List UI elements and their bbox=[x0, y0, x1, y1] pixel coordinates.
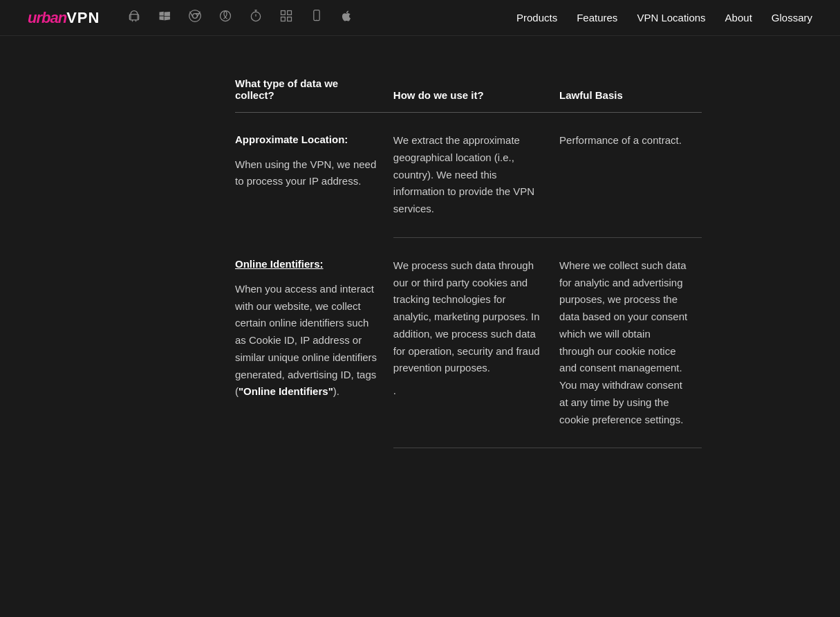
nav-products[interactable]: Products bbox=[516, 12, 557, 24]
location-body: When using the VPN, we need to process y… bbox=[235, 156, 380, 191]
main-nav: Products Features VPN Locations About Gl… bbox=[516, 12, 812, 24]
logo-urban: urban bbox=[28, 9, 66, 27]
location-basis: Performance of a contract. bbox=[559, 113, 702, 238]
identifiers-basis-body: Where we collect such data for analytic … bbox=[559, 257, 688, 429]
nav-about[interactable]: About bbox=[725, 12, 752, 24]
svg-rect-13 bbox=[281, 11, 286, 15]
svg-point-8 bbox=[221, 11, 231, 21]
platform-icons bbox=[127, 9, 516, 26]
svg-point-3 bbox=[189, 10, 201, 22]
identifiers-usage-body: We process such data through our or thir… bbox=[393, 257, 545, 377]
chrome-icon[interactable] bbox=[188, 9, 202, 26]
nav-features[interactable]: Features bbox=[577, 12, 617, 24]
main-content: What type of data we collect? How do we … bbox=[0, 36, 840, 490]
col-header-use: How do we use it? bbox=[393, 77, 559, 113]
apple-icon[interactable] bbox=[340, 9, 353, 26]
site-header: urbanVPN bbox=[0, 0, 840, 36]
svg-rect-14 bbox=[288, 11, 292, 15]
location-basis-body: Performance of a contract. bbox=[559, 132, 688, 149]
svg-rect-15 bbox=[281, 17, 286, 21]
logo[interactable]: urbanVPN bbox=[28, 9, 100, 27]
identifiers-dot: . bbox=[393, 383, 545, 399]
identifiers-title: Online Identifiers: bbox=[235, 257, 380, 273]
svg-line-6 bbox=[190, 12, 194, 17]
location-title: Approximate Location: bbox=[235, 132, 380, 148]
nav-vpn-locations[interactable]: VPN Locations bbox=[637, 12, 705, 24]
svg-rect-17 bbox=[314, 10, 319, 21]
privacy-table: What type of data we collect? How do we … bbox=[235, 77, 702, 448]
col-header-data-type: What type of data we collect? bbox=[235, 77, 393, 113]
svg-point-4 bbox=[193, 14, 198, 19]
col-header-basis: Lawful Basis bbox=[559, 77, 702, 113]
table-header-row: What type of data we collect? How do we … bbox=[235, 77, 702, 113]
identifiers-bold: "Online Identifiers" bbox=[239, 385, 333, 397]
grid-icon[interactable] bbox=[279, 9, 293, 26]
identifiers-data-type: Online Identifiers: When you access and … bbox=[235, 237, 393, 448]
device-icon[interactable] bbox=[310, 9, 324, 26]
logo-vpn: VPN bbox=[66, 9, 100, 27]
identifiers-body: When you access and interact with our we… bbox=[235, 281, 380, 400]
table-row-identifiers: Online Identifiers: When you access and … bbox=[235, 237, 702, 448]
location-usage: We extract the approximate geographical … bbox=[393, 113, 559, 238]
identifiers-basis: Where we collect such data for analytic … bbox=[559, 237, 702, 448]
location-data-type: Approximate Location: When using the VPN… bbox=[235, 113, 393, 238]
identifiers-usage: We process such data through our or thir… bbox=[393, 237, 559, 448]
windows-icon[interactable] bbox=[158, 9, 171, 26]
nav-glossary[interactable]: Glossary bbox=[772, 12, 812, 24]
table-row-location: Approximate Location: When using the VPN… bbox=[235, 113, 702, 238]
firefox-icon[interactable] bbox=[218, 9, 232, 26]
timer-icon[interactable] bbox=[249, 9, 263, 26]
svg-rect-16 bbox=[288, 17, 292, 21]
location-usage-body: We extract the approximate geographical … bbox=[393, 132, 545, 218]
svg-line-7 bbox=[197, 12, 200, 17]
android-icon[interactable] bbox=[127, 9, 141, 26]
